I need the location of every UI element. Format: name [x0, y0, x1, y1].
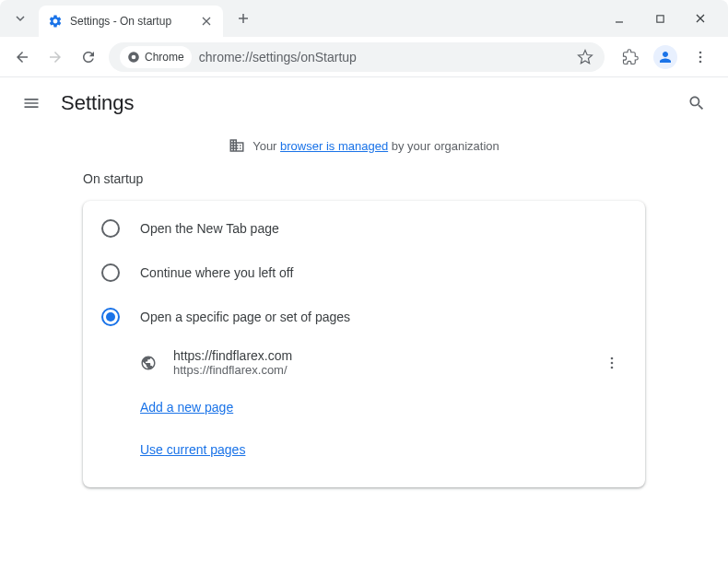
option-label: Continue where you left off [140, 265, 293, 280]
managed-link[interactable]: browser is managed [280, 139, 388, 153]
search-icon [687, 94, 706, 112]
managed-banner: Your browser is managed by your organiza… [0, 129, 728, 162]
tab-title: Settings - On startup [70, 15, 192, 28]
reload-icon [80, 49, 97, 65]
settings-header: Settings [0, 77, 728, 129]
option-continue[interactable]: Continue where you left off [83, 251, 645, 295]
settings-menu-button[interactable] [18, 90, 44, 116]
browser-toolbar: Chrome chrome://settings/onStartup [0, 37, 728, 77]
chevron-down-icon [15, 13, 26, 24]
gear-icon [48, 14, 63, 29]
svg-point-7 [611, 361, 614, 364]
chrome-menu-button[interactable] [687, 44, 713, 70]
plus-icon [237, 12, 250, 25]
building-icon [229, 137, 245, 154]
window-controls [606, 6, 721, 31]
use-current-row: Use current pages [83, 428, 645, 471]
page-title: Settings [61, 91, 135, 115]
dots-vertical-icon [605, 356, 619, 370]
extensions-button[interactable] [617, 44, 643, 70]
minimize-button[interactable] [606, 6, 632, 31]
toolbar-actions [612, 44, 719, 70]
new-tab-button[interactable] [230, 6, 256, 31]
hamburger-icon [22, 94, 41, 112]
startup-card: Open the New Tab page Continue where you… [83, 201, 645, 487]
browser-tab[interactable]: Settings - On startup [39, 6, 223, 37]
url-text: chrome://settings/onStartup [199, 50, 569, 64]
maximize-button[interactable] [647, 6, 673, 31]
add-page-link[interactable]: Add a new page [140, 400, 233, 415]
svg-point-6 [611, 357, 614, 359]
svg-point-2 [132, 54, 136, 59]
radio-icon [101, 308, 120, 326]
minimize-icon [614, 13, 625, 24]
use-current-link[interactable]: Use current pages [140, 442, 245, 457]
radio-icon [101, 263, 120, 282]
page-info: https://findflarex.com https://findflare… [173, 348, 584, 377]
svg-point-4 [699, 55, 702, 58]
search-settings-button[interactable] [684, 90, 710, 116]
back-button[interactable] [9, 44, 35, 70]
page-menu-button[interactable] [601, 352, 623, 374]
settings-content: On startup Open the New Tab page Continu… [0, 162, 728, 497]
tab-close-button[interactable] [199, 14, 214, 29]
maximize-icon [655, 14, 665, 24]
close-window-button[interactable] [687, 6, 713, 31]
startup-page-item: https://findflarex.com https://findflare… [83, 339, 645, 386]
close-icon [695, 13, 706, 24]
close-icon [202, 17, 211, 26]
arrow-right-icon [47, 49, 64, 65]
svg-point-5 [699, 60, 702, 63]
page-url: https://findflarex.com/ [173, 363, 584, 377]
reload-button[interactable] [76, 44, 101, 70]
svg-point-3 [699, 51, 702, 53]
avatar-icon [653, 45, 677, 69]
option-label: Open the New Tab page [140, 221, 279, 236]
profile-button[interactable] [652, 44, 678, 70]
svg-rect-0 [656, 15, 663, 21]
option-specific-pages[interactable]: Open a specific page or set of pages [83, 295, 645, 339]
site-chip[interactable]: Chrome [120, 46, 192, 68]
add-page-row: Add a new page [83, 386, 645, 428]
arrow-left-icon [14, 49, 30, 65]
address-bar[interactable]: Chrome chrome://settings/onStartup [109, 42, 605, 72]
option-label: Open a specific page or set of pages [140, 310, 350, 324]
window-titlebar: Settings - On startup [0, 0, 728, 37]
page-name: https://findflarex.com [173, 348, 584, 363]
tab-search-dropdown[interactable] [7, 6, 33, 31]
radio-icon [101, 219, 120, 238]
star-icon[interactable] [577, 49, 593, 65]
svg-point-8 [611, 366, 614, 369]
option-new-tab[interactable]: Open the New Tab page [83, 206, 645, 251]
section-heading: On startup [83, 171, 645, 186]
managed-text: Your browser is managed by your organiza… [252, 139, 499, 153]
puzzle-icon [622, 49, 639, 65]
forward-button[interactable] [42, 44, 68, 70]
chrome-icon [127, 51, 140, 64]
globe-icon [140, 355, 157, 371]
site-chip-label: Chrome [145, 51, 184, 64]
dots-vertical-icon [693, 50, 708, 64]
